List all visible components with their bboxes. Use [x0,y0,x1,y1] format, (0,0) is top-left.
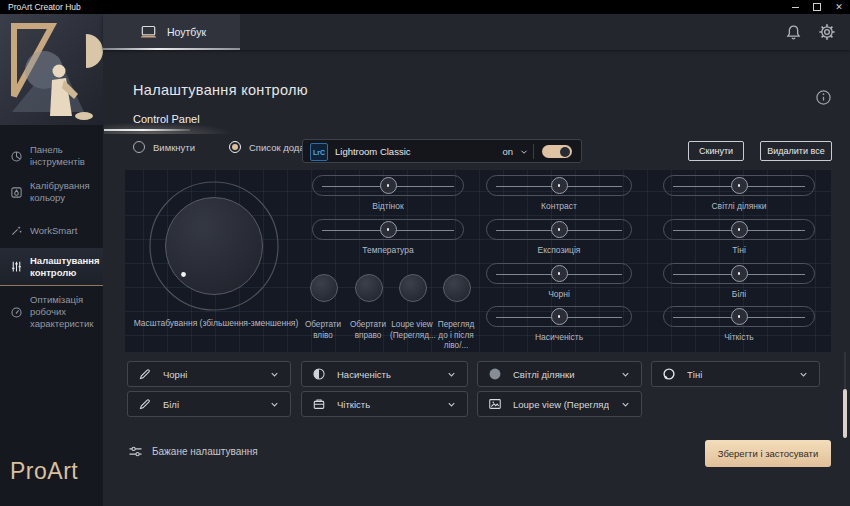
app-enable-toggle[interactable] [542,145,572,158]
dropdown-shadows[interactable]: Тіні [651,361,820,387]
chevron-down-icon [620,369,631,380]
zoom-dial[interactable] [146,178,282,314]
dropdown-blacks[interactable]: Чорні [127,361,291,387]
sidebar-artwork [0,14,103,125]
dropdown-highlights[interactable]: Світлі ділянки [477,361,642,387]
info-icon[interactable] [815,89,832,106]
highlights-icon [488,367,502,381]
save-and-apply-button[interactable]: Зберегти і застосувати [705,440,831,467]
preferences-icon [128,444,143,459]
preference-label: Бажане налаштування [152,446,258,457]
slider-temperature[interactable]: Температура [312,219,464,255]
slider-exposure[interactable]: Експозиція [486,219,632,255]
slider-label: Експозиція [486,245,632,255]
window-title: ProArt Creator Hub [0,2,784,12]
slider-shadows[interactable]: Тіні [663,219,815,255]
dropdown-clarity[interactable]: Чіткість [301,391,468,417]
scrollbar-thumb[interactable] [843,389,847,438]
slider-saturation[interactable]: Насиченість [486,306,632,342]
tab-notebook[interactable]: Ноутбук [103,14,240,50]
close-button[interactable]: ✕ [828,0,850,14]
chevron-down-icon[interactable] [519,147,529,157]
notifications-bell-icon[interactable] [785,24,802,41]
sidebar-item-worksmart[interactable]: WorkSmart [0,220,103,241]
reset-button[interactable]: Скинути [688,141,744,161]
slider-track[interactable] [663,306,815,327]
slider-track[interactable] [312,175,464,196]
dropdown-label: Loupe view (Перегляд під лупою) [513,399,609,410]
loupe-view-button[interactable] [399,274,427,302]
slider-knob[interactable] [551,177,568,194]
proart-brand-logo: ProArt [10,458,78,485]
settings-gear-icon[interactable] [818,23,836,41]
slider-knob[interactable] [731,265,748,282]
preference-settings[interactable]: Бажане налаштування [128,444,258,459]
chevron-down-icon [798,369,809,380]
saturation-icon [312,367,326,381]
before-after-view-label: Перегляд до і після ліво/... [434,320,478,352]
slider-knob[interactable] [731,177,748,194]
delete-all-button[interactable]: Видалити все [760,141,832,161]
app-state-value[interactable]: on [489,146,513,157]
slider-knob[interactable] [551,308,568,325]
minimize-button[interactable] [784,0,806,14]
slider-knob[interactable] [551,221,568,238]
rotate-right-button[interactable] [355,274,383,302]
slider-blacks[interactable]: Чорні [486,263,632,299]
optimization-icon [10,306,23,319]
before-after-view-button[interactable] [443,274,471,302]
slider-hue[interactable]: Відтінок [312,175,464,211]
slider-track[interactable] [663,263,815,284]
dropdown-label: Тіні [687,369,787,380]
radio-app-list-circle[interactable] [229,141,241,153]
pen-icon [138,397,152,411]
sidebar-item-performance-optimization[interactable]: Оптимізація робочих характеристик [0,290,103,334]
close-icon: ✕ [835,2,843,12]
dropdown-label: Чіткість [337,399,435,410]
slider-track[interactable] [486,306,632,327]
slider-contrast[interactable]: Контраст [486,175,632,211]
color-calibration-icon [10,186,23,199]
slider-clarity[interactable]: Чіткість [663,306,815,342]
dropdown-saturation[interactable]: Насиченість [301,361,468,387]
slider-whites[interactable]: Білі [663,263,815,299]
sidebar-item-control-settings[interactable]: Налаштування контролю [0,248,103,286]
sidebar: Панель інструментів Калібрування кольору… [0,14,103,506]
slider-label: Контраст [486,201,632,211]
slider-knob[interactable] [380,177,397,194]
sidebar-item-label: Панель інструментів [30,144,100,168]
slider-track[interactable] [312,219,464,240]
slider-knob[interactable] [731,308,748,325]
slider-knob[interactable] [731,221,748,238]
image-icon [488,397,502,411]
rotate-right-label: Обертати вправо [346,320,390,341]
slider-track[interactable] [486,175,632,196]
slider-track[interactable] [486,263,632,284]
minimize-icon [792,7,799,8]
rotate-left-button[interactable] [310,274,338,302]
radio-disable-circle[interactable] [133,141,145,153]
slider-knob[interactable] [551,265,568,282]
tab-control-panel[interactable]: Control Panel [133,113,200,125]
sidebar-item-dashboard[interactable]: Панель інструментів [0,140,103,172]
slider-label: Світлі ділянки [663,201,815,211]
chevron-down-icon [446,369,457,380]
radio-disable[interactable]: Вимкнути [133,141,195,153]
sidebar-item-label: WorkSmart [30,225,100,237]
slider-label: Чіткість [663,332,815,342]
slider-track[interactable] [663,175,815,196]
slider-track[interactable] [663,219,815,240]
lightroom-classic-badge-icon: LrC [310,143,328,161]
dropdown-whites[interactable]: Білі [127,391,291,417]
sidebar-item-color-calibration[interactable]: Калібрування кольору [0,176,103,208]
maximize-button[interactable] [806,0,828,14]
dashboard-icon [10,150,23,163]
dropdown-loupe-view[interactable]: Loupe view (Перегляд під лупою) [477,391,642,417]
slider-label: Насиченість [486,332,632,342]
sidebar-item-label: Калібрування кольору [30,180,100,204]
slider-highlights[interactable]: Світлі ділянки [663,175,815,211]
app-selector[interactable]: LrC Lightroom Classic on [302,139,582,163]
loupe-view-label: Loupe view (Перегляд... [390,320,434,341]
slider-knob[interactable] [380,221,397,238]
slider-track[interactable] [486,219,632,240]
